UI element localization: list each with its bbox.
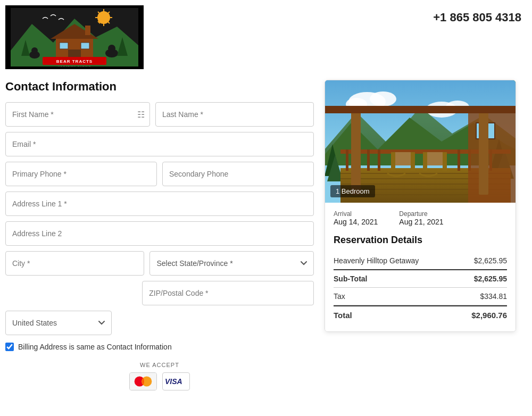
property-price: $2,625.95 (474, 256, 507, 265)
svg-rect-64 (391, 152, 395, 171)
dates-row: Arrival Aug 14, 2021 Departure Aug 21, 2… (334, 210, 507, 226)
payment-section: WE ACCEPT VISA (5, 362, 314, 390)
total-value: $2,960.76 (471, 311, 507, 320)
cabin-info: Arrival Aug 14, 2021 Departure Aug 21, 2… (325, 203, 516, 331)
total-label: Total (334, 311, 352, 320)
svg-point-32 (370, 91, 396, 106)
svg-rect-16 (85, 26, 90, 35)
svg-rect-68 (423, 152, 427, 171)
arrival-block: Arrival Aug 14, 2021 (334, 210, 378, 226)
secondary-phone-input[interactable] (162, 162, 314, 186)
mastercard-icon (129, 372, 157, 390)
visa-svg: VISA (164, 377, 188, 386)
total-line: Total $2,960.76 (334, 305, 507, 324)
tax-line: Tax $334.81 (334, 288, 507, 305)
departure-date: Aug 21, 2021 (399, 218, 443, 226)
svg-text:VACATION CABINS: VACATION CABINS (58, 65, 90, 66)
country-select[interactable]: United States (5, 311, 112, 335)
svg-rect-14 (60, 43, 68, 49)
svg-rect-49 (346, 149, 348, 171)
name-row: ☷ (5, 102, 314, 127)
email-group (5, 132, 314, 156)
svg-text:BEAR TRACTS: BEAR TRACTS (56, 59, 93, 64)
city-input[interactable] (5, 251, 144, 276)
svg-rect-61 (325, 106, 516, 113)
zip-input[interactable] (142, 281, 314, 305)
departure-label: Departure (399, 210, 443, 218)
billing-checkbox-row: Billing Address is same as Contact Infor… (5, 343, 314, 351)
svg-rect-60 (479, 107, 488, 195)
cabin-image: 1 Bedroom (325, 80, 516, 203)
city-state-row: Select State/Province * (5, 251, 314, 276)
svg-rect-69 (443, 152, 447, 171)
mastercard-svg (130, 372, 156, 390)
header: BEAR TRACTS VACATION CABINS +1 865 805 4… (0, 0, 532, 74)
state-select[interactable]: Select State/Province * (149, 251, 314, 276)
main-content: Contact Information ☷ (0, 74, 532, 401)
address1-group (5, 192, 314, 216)
person-icon: ☷ (137, 110, 145, 120)
payment-icons: VISA (5, 372, 314, 390)
svg-rect-59 (351, 107, 361, 195)
last-name-input[interactable] (155, 102, 314, 127)
visa-icon: VISA (162, 372, 190, 390)
reservation-title: Reservation Details (334, 235, 507, 246)
subtotal-label: Sub-Total (334, 274, 368, 283)
cabin-scene-svg (325, 80, 516, 203)
first-name-field-wrapper: ☷ (5, 102, 150, 127)
departure-block: Departure Aug 21, 2021 (399, 210, 443, 226)
phone-row (5, 162, 314, 186)
billing-same-checkbox[interactable] (5, 343, 14, 351)
contact-form-panel: Contact Information ☷ (5, 80, 314, 390)
cabin-card: 1 Bedroom Arrival Aug 14, 2021 Departure… (325, 80, 516, 332)
tax-value: $334.81 (480, 292, 507, 301)
svg-rect-52 (378, 149, 380, 171)
email-input[interactable] (5, 132, 314, 156)
logo-icon: BEAR TRACTS VACATION CABINS (11, 8, 138, 66)
svg-rect-51 (367, 149, 370, 171)
subtotal-line: Sub-Total $2,625.95 (334, 269, 507, 288)
zip-spacer (5, 281, 137, 305)
svg-rect-15 (81, 43, 89, 49)
property-line: Heavenly Hilltop Getaway $2,625.95 (334, 252, 507, 269)
tax-label: Tax (334, 292, 345, 301)
subtotal-value: $2,625.95 (474, 274, 507, 283)
country-group: United States (5, 311, 314, 335)
arrival-date: Aug 14, 2021 (334, 218, 378, 226)
property-name: Heavenly Hilltop Getaway (334, 256, 419, 265)
first-name-input[interactable] (5, 102, 150, 127)
address2-input[interactable] (5, 221, 314, 246)
svg-text:VISA: VISA (165, 377, 182, 386)
svg-point-18 (31, 47, 38, 54)
section-title: Contact Information (5, 80, 314, 94)
arrival-label: Arrival (334, 210, 378, 218)
svg-point-20 (108, 45, 115, 52)
logo-area: BEAR TRACTS VACATION CABINS (5, 5, 144, 69)
address1-input[interactable] (5, 192, 314, 216)
zip-row (5, 281, 314, 305)
billing-checkbox-label: Billing Address is same as Contact Infor… (18, 343, 172, 351)
we-accept-label: WE ACCEPT (5, 362, 314, 368)
svg-rect-65 (411, 152, 415, 171)
phone-number: +1 865 805 4318 (433, 5, 521, 24)
address2-group (5, 221, 314, 246)
primary-phone-input[interactable] (5, 162, 157, 186)
svg-rect-53 (458, 149, 460, 171)
cabin-badge: 1 Bedroom (330, 185, 375, 197)
cabin-card-panel: 1 Bedroom Arrival Aug 14, 2021 Departure… (325, 80, 516, 390)
